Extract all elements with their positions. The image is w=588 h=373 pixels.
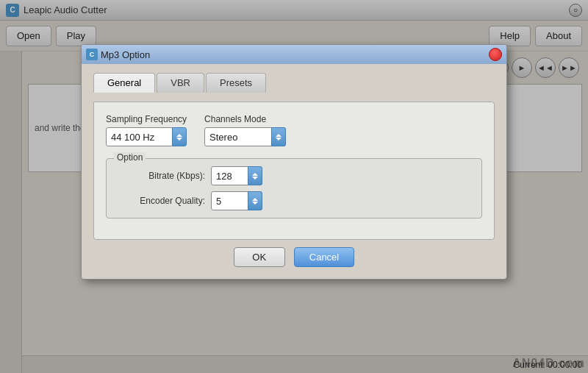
sampling-frequency-arrow bbox=[172, 127, 187, 146]
sampling-frequency-select[interactable]: 44 100 Hz 8000 Hz 11025 Hz 22050 Hz 4800… bbox=[106, 127, 173, 146]
dialog-tabs: General VBR Presets bbox=[93, 73, 495, 93]
channels-mode-select[interactable]: Stereo Mono Joint Stereo Dual Channel bbox=[204, 127, 286, 146]
channels-mode-label: Channels Mode bbox=[204, 114, 286, 124]
dialog-content-panel: Sampling Frequency 44 100 Hz 8000 Hz 110… bbox=[93, 102, 495, 240]
channels-mode-wrapper: Stereo Mono Joint Stereo Dual Channel bbox=[204, 127, 286, 146]
dialog-icon: C bbox=[86, 49, 98, 60]
bitrate-spinbox-wrapper bbox=[211, 166, 262, 185]
option-group-label: Option bbox=[114, 152, 146, 163]
ok-button[interactable]: OK bbox=[234, 247, 285, 267]
bitrate-label: Bitrate (Kbps): bbox=[117, 171, 205, 181]
encoder-quality-row: Encoder Quality: bbox=[117, 191, 471, 210]
dialog-title: Mp3 Option bbox=[101, 49, 150, 60]
tab-vbr[interactable]: VBR bbox=[157, 73, 204, 93]
dialog-footer: OK Cancel bbox=[93, 240, 495, 270]
encoder-quality-arrows[interactable] bbox=[248, 191, 262, 210]
dialog-body: General VBR Presets Sampling Frequency 4… bbox=[82, 64, 506, 279]
tab-general[interactable]: General bbox=[93, 73, 155, 93]
encoder-quality-spinbox-wrapper bbox=[211, 191, 262, 210]
dialog-close-button[interactable] bbox=[489, 48, 502, 61]
modal-overlay: C Mp3 Option General VBR Presets Samplin… bbox=[0, 0, 588, 373]
sampling-frequency-wrapper: 44 100 Hz 8000 Hz 11025 Hz 22050 Hz 4800… bbox=[106, 127, 187, 146]
dialog-title-bar: C Mp3 Option bbox=[82, 45, 506, 64]
encoder-quality-label: Encoder Quality: bbox=[117, 196, 205, 206]
cancel-button[interactable]: Cancel bbox=[294, 247, 354, 267]
bitrate-row: Bitrate (Kbps): bbox=[117, 166, 471, 185]
form-row-top: Sampling Frequency 44 100 Hz 8000 Hz 110… bbox=[106, 114, 482, 146]
tab-presets[interactable]: Presets bbox=[206, 73, 266, 93]
sampling-frequency-group: Sampling Frequency 44 100 Hz 8000 Hz 110… bbox=[106, 114, 187, 146]
bitrate-arrows[interactable] bbox=[248, 166, 262, 185]
option-group: Option Bitrate (Kbps): bbox=[106, 158, 482, 219]
channels-mode-group: Channels Mode Stereo Mono Joint Stereo D… bbox=[204, 114, 286, 146]
mp3-option-dialog: C Mp3 Option General VBR Presets Samplin… bbox=[81, 44, 507, 280]
sampling-frequency-label: Sampling Frequency bbox=[106, 114, 187, 124]
